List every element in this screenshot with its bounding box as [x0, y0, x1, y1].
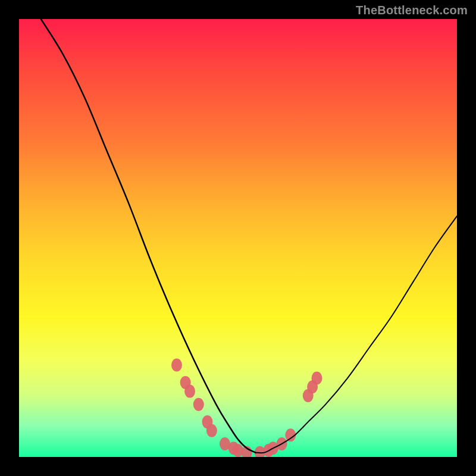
- left-curve: [41, 19, 256, 453]
- chart-frame: TheBottleneck.com: [0, 0, 476, 476]
- chart-marker: [206, 424, 217, 437]
- chart-markers: [171, 358, 322, 457]
- watermark-text: TheBottleneck.com: [356, 4, 468, 17]
- chart-plot-area: [19, 19, 457, 457]
- chart-svg: [19, 19, 457, 457]
- chart-marker: [184, 385, 195, 398]
- chart-marker: [171, 358, 182, 371]
- chart-marker: [193, 398, 204, 411]
- chart-marker: [311, 372, 322, 385]
- right-curve: [255, 216, 457, 453]
